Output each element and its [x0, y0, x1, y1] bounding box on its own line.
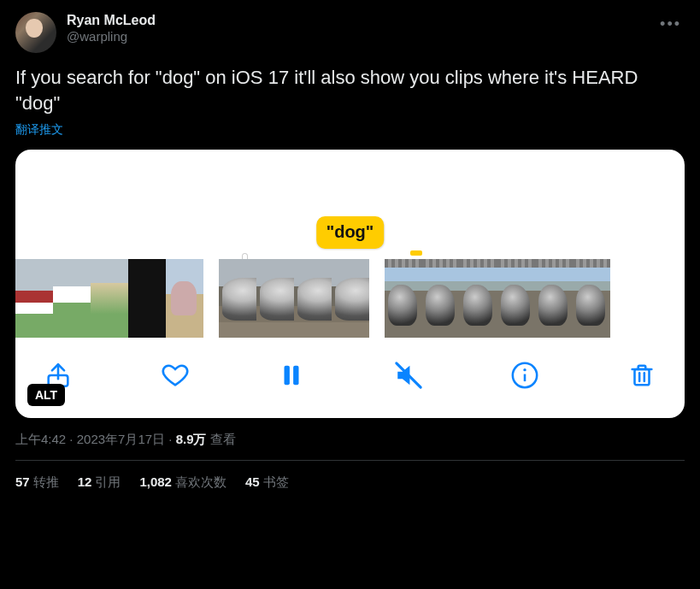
info-icon[interactable] [508, 358, 542, 392]
svg-rect-1 [285, 366, 290, 386]
tweet-date[interactable]: 2023年7月17日 [77, 432, 165, 446]
views-label: 查看 [207, 432, 236, 446]
tweet-meta: 上午4:42 · 2023年7月17日 · 8.9万 查看 [15, 432, 685, 448]
video-frame [385, 259, 422, 338]
video-frame [535, 259, 573, 338]
video-frame [15, 259, 53, 338]
tweet-text: If you search for "dog" on iOS 17 it'll … [15, 65, 685, 115]
video-frame [128, 259, 166, 338]
bookmarks-label: 书签 [263, 474, 289, 489]
tweet-header: Ryan McLeod @warpling ••• [15, 12, 685, 53]
retweets-count: 57 [15, 474, 30, 489]
video-frame [422, 259, 460, 338]
avatar[interactable] [15, 12, 56, 53]
video-frame [573, 259, 610, 338]
caption-marker [410, 250, 422, 256]
media-content [15, 150, 685, 418]
svg-rect-7 [634, 369, 649, 385]
author-names[interactable]: Ryan McLeod @warpling [67, 12, 156, 45]
quotes-stat[interactable]: 12引用 [78, 474, 121, 491]
trash-icon[interactable] [625, 358, 659, 392]
tweet-time[interactable]: 上午4:42 [15, 432, 66, 446]
likes-count: 1,082 [139, 474, 172, 489]
video-frame [497, 259, 535, 338]
likes-stat[interactable]: 1,082喜欢次数 [139, 474, 226, 491]
svg-point-6 [524, 368, 526, 371]
pause-icon[interactable] [274, 358, 309, 392]
likes-label: 喜欢次数 [175, 474, 226, 489]
svg-rect-2 [293, 366, 298, 386]
video-frame [53, 259, 91, 338]
retweets-stat[interactable]: 57转推 [15, 474, 59, 491]
video-frame [294, 259, 332, 338]
more-menu-button[interactable]: ••• [656, 12, 685, 37]
clip-group[interactable] [385, 259, 610, 338]
media-card[interactable]: "dog" [15, 150, 685, 418]
video-frame [256, 259, 294, 338]
video-frame [332, 259, 369, 338]
clip-group[interactable] [219, 259, 369, 338]
alt-badge[interactable]: ALT [27, 384, 65, 406]
caption-bubble: "dog" [316, 216, 385, 249]
bookmarks-stat[interactable]: 45书签 [245, 474, 289, 491]
quotes-label: 引用 [95, 474, 121, 489]
clip-group[interactable] [15, 259, 203, 338]
video-frame [460, 259, 497, 338]
meta-separator: · [165, 432, 176, 446]
views-count: 8.9万 [176, 432, 207, 446]
meta-separator: · [66, 432, 77, 446]
translate-link[interactable]: 翻译推文 [15, 122, 685, 138]
retweets-label: 转推 [33, 474, 59, 489]
display-name: Ryan McLeod [67, 12, 156, 29]
quotes-count: 12 [78, 474, 92, 489]
handle: @warpling [67, 29, 156, 45]
video-frame [166, 259, 203, 338]
speaker-muted-icon[interactable] [391, 358, 426, 392]
bookmarks-count: 45 [245, 474, 260, 489]
tweet-container: Ryan McLeod @warpling ••• If you search … [0, 0, 700, 499]
heart-icon[interactable] [158, 358, 192, 392]
video-frame [219, 259, 256, 338]
tweet-stats: 57转推 12引用 1,082喜欢次数 45书签 [15, 461, 685, 491]
video-frame [91, 259, 128, 338]
media-toolbar [15, 338, 685, 418]
